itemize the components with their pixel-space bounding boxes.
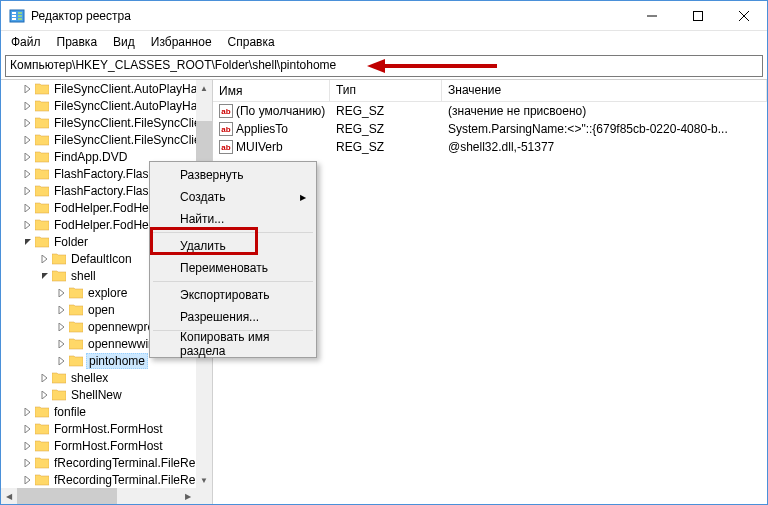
tree-expand-icon[interactable] — [22, 83, 34, 95]
tree-expand-icon[interactable] — [22, 202, 34, 214]
tree-item-label: FileSyncClient.FileSyncClient — [52, 116, 196, 130]
tree-item[interactable]: FileSyncClient.AutoPlayHandler — [1, 97, 196, 114]
value-type: REG_SZ — [330, 104, 442, 118]
tree-expand-icon[interactable] — [39, 253, 51, 265]
scroll-down-button[interactable]: ▼ — [196, 472, 212, 488]
tree-expand-icon[interactable] — [22, 134, 34, 146]
tree-expand-icon[interactable] — [56, 321, 68, 333]
context-menu-item[interactable]: Копировать имя раздела — [152, 333, 314, 355]
window-controls — [629, 1, 767, 30]
value-type: REG_SZ — [330, 140, 442, 154]
tree-expand-icon[interactable] — [56, 304, 68, 316]
tree-expand-icon[interactable] — [56, 287, 68, 299]
tree-item[interactable]: FileSyncClient.AutoPlayHandler — [1, 80, 196, 97]
tree-item[interactable]: FormHost.FormHost — [1, 420, 196, 437]
column-header-value[interactable]: Значение — [442, 80, 767, 101]
regedit-icon — [9, 8, 25, 24]
tree-scrollbar-horizontal[interactable]: ◀ ▶ — [1, 488, 196, 504]
list-row[interactable]: ab(По умолчанию)REG_SZ(значение не присв… — [213, 102, 767, 120]
tree-item[interactable]: shellex — [1, 369, 196, 386]
tree-expand-icon[interactable] — [39, 372, 51, 384]
tree-expand-icon[interactable] — [39, 389, 51, 401]
maximize-button[interactable] — [675, 1, 721, 30]
tree-expand-icon[interactable] — [22, 100, 34, 112]
svg-rect-6 — [18, 18, 22, 20]
tree-item[interactable]: fonfile — [1, 403, 196, 420]
tree-expand-icon[interactable] — [22, 117, 34, 129]
tree-expand-icon[interactable] — [22, 219, 34, 231]
minimize-icon — [647, 11, 657, 21]
tree-item-label: FileSyncClient.AutoPlayHandler — [52, 99, 196, 113]
menu-file[interactable]: Файл — [3, 33, 49, 51]
tree-item[interactable]: FileSyncClient.FileSyncClient — [1, 131, 196, 148]
context-menu-separator — [153, 281, 313, 282]
close-button[interactable] — [721, 1, 767, 30]
context-menu-item[interactable]: Создать▶ — [152, 186, 314, 208]
svg-rect-1 — [12, 12, 16, 14]
tree-item[interactable]: ShellNew — [1, 386, 196, 403]
tree-expand-icon[interactable] — [22, 457, 34, 469]
menu-help[interactable]: Справка — [220, 33, 283, 51]
svg-rect-4 — [18, 12, 22, 14]
addressbar[interactable] — [5, 55, 763, 77]
tree-expand-icon[interactable] — [56, 338, 68, 350]
tree-item-label: ShellNew — [69, 388, 124, 402]
folder-icon — [35, 117, 49, 129]
menu-favorites[interactable]: Избранное — [143, 33, 220, 51]
maximize-icon — [693, 11, 703, 21]
list-row[interactable]: abAppliesToREG_SZSystem.ParsingName:<>":… — [213, 120, 767, 138]
tree-expand-icon[interactable] — [22, 168, 34, 180]
folder-icon — [35, 168, 49, 180]
svg-rect-3 — [12, 18, 16, 20]
value-data: @shell32.dll,-51377 — [442, 140, 767, 154]
list-body[interactable]: ab(По умолчанию)REG_SZ(значение не присв… — [213, 102, 767, 156]
folder-icon — [52, 389, 66, 401]
tree-item-label: FileSyncClient.AutoPlayHandler — [52, 82, 196, 96]
folder-icon — [69, 321, 83, 333]
tree-collapse-icon[interactable] — [39, 270, 51, 282]
value-data: System.ParsingName:<>"::{679f85cb-0220-4… — [442, 122, 767, 136]
scroll-right-button[interactable]: ▶ — [180, 488, 196, 504]
tree-expand-icon[interactable] — [22, 185, 34, 197]
scroll-up-button[interactable]: ▲ — [196, 80, 212, 96]
folder-icon — [69, 287, 83, 299]
tree-expand-icon[interactable] — [56, 355, 68, 367]
context-menu-item[interactable]: Найти... — [152, 208, 314, 230]
tree-item[interactable]: fRecordingTerminal.FileRecording — [1, 454, 196, 471]
tree-expand-icon[interactable] — [22, 406, 34, 418]
tree-expand-icon[interactable] — [22, 151, 34, 163]
tree-item[interactable]: FormHost.FormHost — [1, 437, 196, 454]
context-menu-item[interactable]: Развернуть — [152, 164, 314, 186]
tree-expand-icon[interactable] — [22, 440, 34, 452]
string-value-icon: ab — [219, 122, 233, 136]
tree-expand-icon[interactable] — [22, 474, 34, 486]
menu-view[interactable]: Вид — [105, 33, 143, 51]
value-name: (По умолчанию) — [236, 104, 325, 118]
tree-item[interactable]: fRecordingTerminal.FileRecording — [1, 471, 196, 488]
tree-item-label: explore — [86, 286, 129, 300]
tree-collapse-icon[interactable] — [22, 236, 34, 248]
folder-icon — [35, 457, 49, 469]
list-row[interactable]: abMUIVerbREG_SZ@shell32.dll,-51377 — [213, 138, 767, 156]
tree-item[interactable]: FileSyncClient.FileSyncClient — [1, 114, 196, 131]
folder-icon — [35, 202, 49, 214]
context-menu-item[interactable]: Разрешения... — [152, 306, 314, 328]
submenu-arrow-icon: ▶ — [300, 193, 306, 202]
context-menu: РазвернутьСоздать▶Найти...УдалитьПереиме… — [149, 161, 317, 358]
scroll-thumb-horizontal[interactable] — [17, 488, 117, 504]
tree-item-label: shellex — [69, 371, 110, 385]
tree-item-label: shell — [69, 269, 98, 283]
context-menu-item[interactable]: Удалить — [152, 235, 314, 257]
column-header-type[interactable]: Тип — [330, 80, 442, 101]
scroll-left-button[interactable]: ◀ — [1, 488, 17, 504]
context-menu-item[interactable]: Экспортировать — [152, 284, 314, 306]
menu-edit[interactable]: Правка — [49, 33, 106, 51]
context-menu-item[interactable]: Переименовать — [152, 257, 314, 279]
minimize-button[interactable] — [629, 1, 675, 30]
addressbar-row — [1, 53, 767, 79]
svg-rect-2 — [12, 15, 16, 17]
tree-expand-icon[interactable] — [22, 423, 34, 435]
column-header-name[interactable]: Имя — [213, 80, 330, 101]
addressbar-input[interactable] — [10, 58, 758, 72]
svg-rect-8 — [694, 11, 703, 20]
